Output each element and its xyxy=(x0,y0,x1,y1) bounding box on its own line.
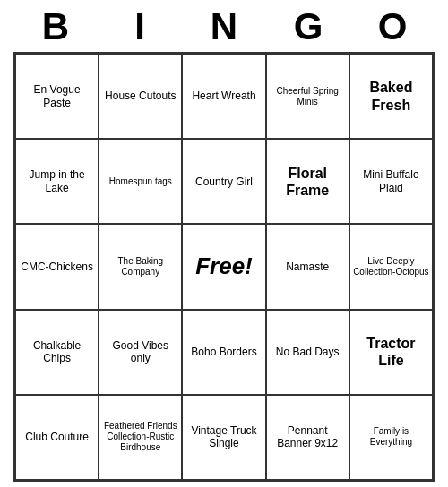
bingo-cell-22: Vintage Truck Single xyxy=(182,395,265,480)
header-n: N xyxy=(185,5,263,48)
bingo-cell-1: House Cutouts xyxy=(99,54,182,139)
bingo-cell-18: No Bad Days xyxy=(266,310,349,395)
bingo-header: B I N G O xyxy=(13,0,435,52)
bingo-cell-4: Baked Fresh xyxy=(349,54,433,139)
bingo-cell-0: En Vogue Paste xyxy=(15,54,99,139)
header-o: O xyxy=(353,5,432,48)
bingo-cell-17: Boho Borders xyxy=(182,310,265,395)
header-g: G xyxy=(269,5,348,48)
header-i: I xyxy=(100,5,179,48)
bingo-cell-5: Jump in the Lake xyxy=(15,139,99,224)
bingo-cell-7: Country Girl xyxy=(182,139,265,224)
bingo-cell-2: Heart Wreath xyxy=(182,54,265,139)
bingo-cell-23: Pennant Banner 9x12 xyxy=(266,395,349,480)
bingo-cell-13: Namaste xyxy=(266,224,349,309)
bingo-cell-21: Feathered Friends Collection-Rustic Bird… xyxy=(99,395,182,480)
bingo-cell-3: Cheerful Spring Minis xyxy=(266,54,349,139)
bingo-cell-11: The Baking Company xyxy=(99,224,182,309)
bingo-cell-6: Homespun tags xyxy=(99,139,182,224)
bingo-cell-10: CMC-Chickens xyxy=(15,224,99,309)
bingo-cell-9: Mini Buffalo Plaid xyxy=(349,139,433,224)
bingo-cell-19: Tractor Life xyxy=(349,310,433,395)
bingo-cell-8: Floral Frame xyxy=(266,139,349,224)
bingo-cell-12: Free! xyxy=(182,224,265,309)
bingo-cell-16: Good Vibes only xyxy=(99,310,182,395)
bingo-cell-14: Live Deeply Collection-Octopus xyxy=(349,224,433,309)
bingo-cell-24: Family is Everything xyxy=(349,395,433,480)
header-b: B xyxy=(16,5,95,48)
bingo-cell-15: Chalkable Chips xyxy=(15,310,99,395)
bingo-cell-20: Club Couture xyxy=(15,395,99,480)
bingo-grid: En Vogue PasteHouse CutoutsHeart WreathC… xyxy=(13,52,435,482)
